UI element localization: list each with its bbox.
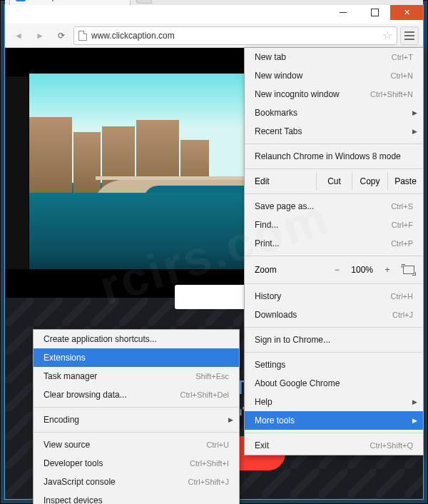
menu-zoom-row: Zoom − 100% + [245,259,423,281]
browser-tab[interactable]: ck Capiton × [9,0,131,5]
menu-relaunch-win8[interactable]: Relaunch Chrome in Windows 8 mode [245,147,423,166]
address-bar[interactable]: www.clickcaption.com ☆ [73,26,397,45]
menu-copy[interactable]: Copy [352,172,387,191]
menu-zoom-label: Zoom [245,265,316,275]
menu-exit[interactable]: ExitCtrl+Shift+Q [245,436,423,455]
window-close-button[interactable] [390,4,423,20]
submenu-view-source[interactable]: View sourceCtrl+U [34,435,239,454]
menu-paste[interactable]: Paste [387,172,423,191]
toolbar: ◄ ► ⟳ www.clickcaption.com ☆ [5,24,423,48]
chrome-menu-button[interactable] [400,26,419,45]
back-button[interactable]: ◄ [9,26,28,45]
menu-save-page[interactable]: Save page as...Ctrl+S [245,197,423,216]
menu-history[interactable]: HistoryCtrl+H [245,287,423,306]
url-text: www.clickcaption.com [91,31,378,41]
menu-settings[interactable]: Settings [245,356,423,374]
forward-button[interactable]: ► [31,26,49,45]
menu-new-tab[interactable]: New tabCtrl+T [245,48,423,66]
submenu-inspect-devices[interactable]: Inspect devices [34,491,239,504]
chrome-main-menu: New tabCtrl+T New windowCtrl+N New incog… [244,47,424,455]
submenu-devtools[interactable]: Developer toolsCtrl+Shift+I [34,454,239,473]
minimize-button[interactable] [327,4,359,20]
submenu-clear-data[interactable]: Clear browsing data...Ctrl+Shift+Del [34,385,239,404]
new-tab-button[interactable] [133,0,153,4]
menu-signin[interactable]: Sign in to Chrome... [245,331,423,349]
tab-title: ck Capiton [30,0,114,1]
menu-cut[interactable]: Cut [316,172,352,191]
fullscreen-button[interactable] [402,263,416,277]
menu-new-incognito[interactable]: New incognito windowCtrl+Shift+N [245,85,423,104]
menu-edit-label: Edit [245,176,316,186]
page-icon [78,31,87,41]
submenu-js-console[interactable]: JavaScript consoleCtrl+Shift+J [34,473,239,491]
menu-new-window[interactable]: New windowCtrl+N [245,66,423,85]
window-titlebar [5,5,423,24]
zoom-out-button[interactable]: − [330,263,344,277]
menu-edit-row: Edit Cut Copy Paste [245,172,423,191]
reload-button[interactable]: ⟳ [52,26,71,45]
zoom-value: 100% [351,265,373,275]
bookmark-star-icon[interactable]: ☆ [382,29,392,42]
menu-bookmarks[interactable]: Bookmarks▶ [245,104,423,122]
submenu-task-manager[interactable]: Task managerShift+Esc [34,367,239,385]
menu-about[interactable]: About Google Chrome [245,374,423,393]
zoom-in-button[interactable]: + [380,263,394,277]
menu-help[interactable]: Help▶ [245,393,423,411]
maximize-button[interactable] [359,4,390,20]
menu-downloads[interactable]: DownloadsCtrl+J [245,306,423,324]
menu-more-tools[interactable]: More tools▶ [245,411,423,430]
submenu-encoding[interactable]: Encoding▶ [34,410,239,429]
submenu-extensions[interactable]: Extensions [34,348,239,367]
tab-strip: ck Capiton × [5,0,423,5]
menu-print[interactable]: Print...Ctrl+P [245,234,423,253]
more-tools-submenu: Create application shortcuts... Extensio… [33,329,240,504]
promo-tag [175,285,253,309]
close-tab-icon[interactable]: × [118,0,124,2]
menu-recent-tabs[interactable]: Recent Tabs▶ [245,122,423,141]
submenu-create-shortcuts[interactable]: Create application shortcuts... [34,330,239,348]
menu-find[interactable]: Find...Ctrl+F [245,216,423,234]
favicon-icon [16,0,26,1]
